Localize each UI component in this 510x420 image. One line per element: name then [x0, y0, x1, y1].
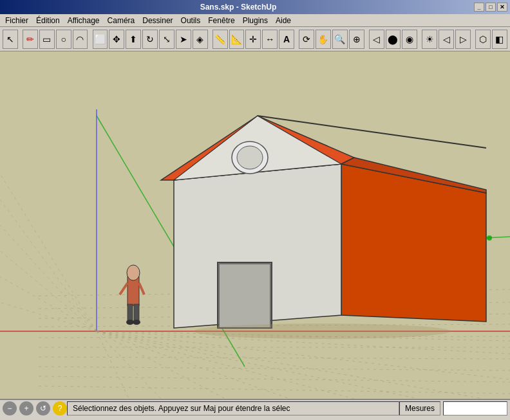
tool-walkthrough[interactable]: ⬤ [386, 30, 401, 49]
tool-dimensions[interactable]: ↔ [262, 30, 278, 49]
status-bar: − + ↺ ? Sélectionnez des objets. Appuyez… [0, 399, 510, 417]
tool-arc[interactable]: ◠ [73, 30, 88, 49]
svg-rect-41 [128, 277, 139, 306]
tool-pushpull[interactable]: ⬆ [126, 30, 141, 49]
title-bar-title: Sans.skp - SketchUp [3, 3, 474, 12]
tool-tape[interactable]: 📏 [212, 30, 228, 49]
menu-bar: Fichier Édition Affichage Caméra Dessine… [0, 14, 510, 27]
tool-forward[interactable]: ▷ [455, 30, 471, 49]
tool-circle[interactable]: ○ [56, 30, 71, 49]
tool-orbit[interactable]: ⟳ [299, 30, 314, 49]
menu-fenetre[interactable]: Fenêtre [204, 15, 238, 26]
tool-components[interactable]: ⬡ [475, 30, 491, 49]
maximize-button[interactable]: □ [486, 3, 496, 12]
status-plus-button[interactable]: + [19, 401, 33, 415]
close-button[interactable]: ✕ [497, 3, 507, 12]
svg-point-48 [133, 320, 140, 325]
tool-shadow[interactable]: ☀ [422, 30, 437, 49]
tool-offset[interactable]: ◈ [193, 30, 208, 49]
tool-materials[interactable]: ◧ [492, 30, 507, 49]
status-minus-button[interactable]: − [3, 401, 17, 415]
title-bar: Sans.skp - SketchUp _ □ ✕ [0, 0, 510, 14]
svg-rect-36 [219, 264, 270, 328]
tool-move[interactable]: ✥ [109, 30, 124, 49]
menu-fichier[interactable]: Fichier [1, 15, 32, 26]
viewport[interactable] [0, 51, 510, 399]
tool-previous[interactable]: ◁ [369, 30, 384, 49]
mesures-input[interactable] [443, 401, 507, 415]
tool-followme[interactable]: ➤ [176, 30, 191, 49]
status-text: Sélectionnez des objets. Appuyez sur Maj… [67, 401, 399, 415]
tool-axes[interactable]: ✛ [245, 30, 261, 49]
status-refresh-button[interactable]: ↺ [36, 401, 50, 415]
toolbar: ↖ ✏ ▭ ○ ◠ ⬜ ✥ ⬆ ↻ ⤡ ➤ ◈ 📏 📐 ✛ ↔ A ⟳ ✋ 🔍 … [0, 27, 510, 51]
status-help-button[interactable]: ? [53, 401, 67, 415]
mesures-label: Mesures [399, 401, 440, 415]
tool-eraser[interactable]: ⬜ [93, 30, 108, 49]
tool-pencil[interactable]: ✏ [23, 30, 38, 49]
svg-point-42 [127, 265, 140, 280]
tool-back[interactable]: ◁ [439, 30, 454, 49]
tool-pan[interactable]: ✋ [316, 30, 331, 49]
tool-rotate[interactable]: ↻ [142, 30, 158, 49]
menu-dessiner[interactable]: Dessiner [138, 15, 176, 26]
menu-aide[interactable]: Aide [272, 15, 295, 26]
menu-plugins[interactable]: Plugins [239, 15, 272, 26]
minimize-button[interactable]: _ [474, 3, 484, 12]
status-right: Mesures [399, 401, 507, 415]
tool-text[interactable]: A [279, 30, 294, 49]
tool-protractor[interactable]: 📐 [229, 30, 245, 49]
tool-select[interactable]: ↖ [3, 30, 18, 49]
svg-rect-44 [134, 304, 139, 322]
menu-camera[interactable]: Caméra [104, 15, 139, 26]
status-icons: − + ↺ ? [3, 401, 67, 415]
menu-edition[interactable]: Édition [32, 15, 64, 26]
menu-outils[interactable]: Outils [177, 15, 205, 26]
tool-rectangle[interactable]: ▭ [39, 30, 55, 49]
svg-point-40 [193, 324, 451, 339]
tool-lookaround[interactable]: ◉ [402, 30, 417, 49]
tool-scale[interactable]: ⤡ [159, 30, 175, 49]
scene-canvas [0, 51, 510, 399]
svg-rect-43 [128, 304, 133, 322]
svg-point-39 [237, 146, 263, 169]
title-bar-buttons: _ □ ✕ [474, 3, 507, 12]
menu-affichage[interactable]: Affichage [64, 15, 104, 26]
tool-zoom-in[interactable]: 🔍 [332, 30, 348, 49]
tool-zoom-ext[interactable]: ⊕ [349, 30, 364, 49]
